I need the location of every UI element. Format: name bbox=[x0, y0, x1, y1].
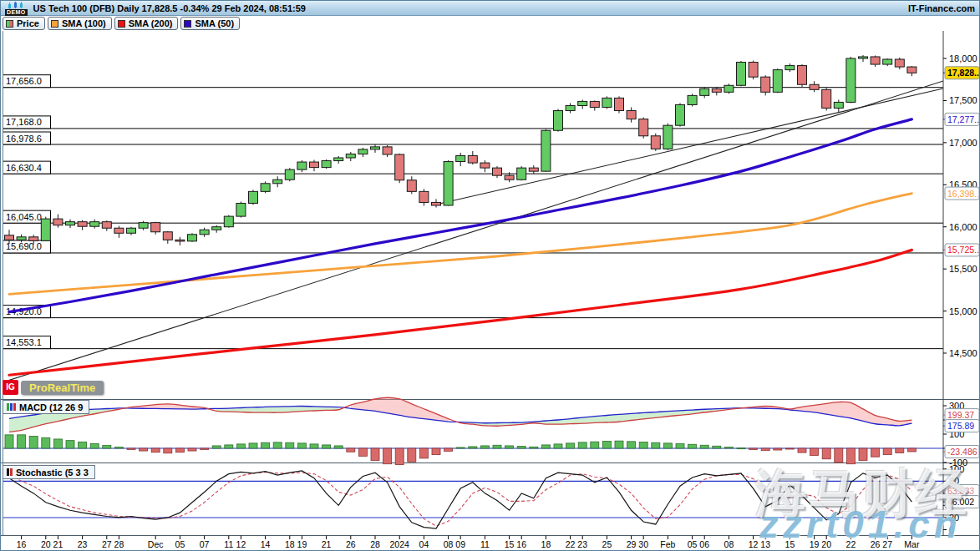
stoch-tick-label: 100 bbox=[949, 464, 964, 474]
macd-label-chip[interactable]: MACD (12 26 9 bbox=[3, 400, 89, 414]
stochastic-label-chip[interactable]: Stochastic (5 3 3 bbox=[3, 465, 95, 479]
candle bbox=[212, 227, 221, 230]
candle bbox=[566, 105, 575, 110]
macd-histogram-bar bbox=[347, 448, 355, 452]
macd-histogram-bar bbox=[737, 448, 745, 449]
candle bbox=[66, 222, 75, 225]
candle bbox=[505, 175, 514, 179]
candle bbox=[798, 66, 807, 85]
time-tick-label: 18 bbox=[541, 539, 551, 549]
macd-histogram-bar bbox=[493, 445, 501, 448]
time-tick-label: 21 bbox=[53, 539, 63, 549]
macd-histogram-bar bbox=[798, 448, 806, 452]
candle bbox=[480, 163, 490, 168]
macd-histogram-bar bbox=[883, 448, 891, 455]
macd-label: MACD (12 26 9 bbox=[19, 402, 83, 412]
macd-histogram-bar bbox=[225, 445, 233, 448]
candle bbox=[590, 101, 599, 107]
candle bbox=[846, 58, 856, 102]
macd-histogram-bar bbox=[602, 442, 611, 449]
macd-histogram-bar bbox=[822, 448, 830, 459]
candle bbox=[871, 57, 880, 64]
time-tick-label: 20 bbox=[821, 539, 831, 549]
brand-link[interactable]: IT-Finance.com bbox=[908, 3, 975, 13]
time-tick-label: 18 bbox=[285, 539, 295, 549]
candle bbox=[358, 149, 368, 154]
candle bbox=[261, 184, 270, 192]
price-tick-label: 16,000 bbox=[949, 222, 977, 232]
stoch-tick-label: 0 bbox=[949, 525, 954, 535]
macd-histogram-bar bbox=[127, 448, 135, 449]
time-tick-label: 2024 bbox=[390, 539, 410, 549]
chart-title: US Tech 100 (DFB) Daily 17,828.5 -0.34% … bbox=[33, 3, 306, 13]
legend-row: PriceSMA (100)SMA (200)SMA (50) bbox=[3, 17, 240, 30]
candle bbox=[432, 202, 441, 205]
macd-histogram-bar bbox=[262, 442, 270, 448]
candle bbox=[188, 235, 197, 241]
macd-histogram-bar bbox=[151, 448, 160, 452]
macd-histogram-bar bbox=[66, 441, 74, 448]
time-tick-label: 04 bbox=[419, 539, 429, 549]
candle bbox=[90, 222, 99, 227]
legend-item-sma-200[interactable]: SMA (200) bbox=[114, 17, 179, 30]
candle bbox=[371, 147, 380, 149]
time-tick-label: 23 bbox=[78, 539, 88, 549]
value-badge-label: 46.002 bbox=[947, 497, 974, 507]
candle bbox=[554, 111, 563, 131]
candle bbox=[407, 180, 416, 192]
value-badge-label: -23.486 bbox=[947, 447, 977, 457]
value-badge-label: 17,828.. bbox=[947, 68, 979, 78]
level-label: 17,168.0 bbox=[6, 117, 42, 127]
macd-histogram-bar bbox=[114, 447, 123, 448]
demo-badge: DEMO bbox=[5, 9, 28, 16]
macd-histogram-bar bbox=[286, 442, 294, 448]
prorealtime-logo[interactable]: ProRealTime bbox=[21, 381, 104, 395]
candle bbox=[907, 67, 917, 73]
candle bbox=[895, 59, 904, 67]
demo-wrap: DEMO bbox=[5, 2, 28, 16]
time-tick-label: 07 bbox=[200, 539, 210, 549]
macd-histogram-bar bbox=[480, 446, 489, 448]
candle bbox=[322, 161, 331, 168]
candle bbox=[151, 223, 160, 232]
legend-item-sma-50[interactable]: SMA (50) bbox=[180, 17, 240, 30]
mini-chart-icon bbox=[7, 2, 25, 9]
prorealtime-overlay: IG ProRealTime bbox=[3, 380, 104, 395]
legend-item-price[interactable]: Price bbox=[3, 17, 45, 30]
legend-item-sma-100[interactable]: SMA (100) bbox=[48, 17, 112, 30]
price-tick-label: 17,000 bbox=[949, 138, 977, 148]
candle bbox=[578, 101, 587, 105]
macd-histogram-bar bbox=[444, 448, 453, 451]
chart-canvas[interactable]: 17,656.017,168.016,978.616,630.416,045.0… bbox=[1, 1, 980, 551]
macd-histogram-bar bbox=[785, 448, 794, 449]
macd-histogram-bar bbox=[18, 435, 26, 448]
candle bbox=[651, 136, 660, 149]
macd-histogram-bar bbox=[907, 448, 916, 452]
macd-histogram-bar bbox=[896, 448, 904, 452]
candle bbox=[737, 63, 746, 86]
time-tick-label: 21 bbox=[322, 539, 332, 549]
candle bbox=[444, 162, 453, 205]
candle bbox=[639, 119, 648, 136]
chart-window: 17,656.017,168.016,978.616,630.416,045.0… bbox=[0, 0, 980, 551]
macd-histogram-bar bbox=[29, 437, 38, 448]
macd-histogram-bar bbox=[749, 448, 758, 449]
time-tick-label: 08 bbox=[444, 539, 454, 549]
candle bbox=[529, 168, 538, 171]
macd-histogram-bar bbox=[859, 448, 867, 460]
macd-histogram-bar bbox=[591, 442, 599, 448]
time-tick-label: Dec bbox=[148, 539, 164, 549]
ig-logo: IG bbox=[3, 380, 18, 395]
price-tick-label: 15,000 bbox=[949, 306, 977, 316]
macd-histogram-bar bbox=[334, 446, 343, 448]
candle bbox=[627, 111, 636, 119]
macd-histogram-bar bbox=[371, 448, 379, 460]
candle bbox=[663, 125, 673, 149]
legend-label: Price bbox=[17, 18, 39, 28]
candle bbox=[419, 191, 429, 202]
time-tick-label: 16 bbox=[17, 539, 27, 549]
time-tick-label: 26 bbox=[871, 539, 881, 549]
macd-signal-line bbox=[9, 397, 911, 432]
macd-histogram-bar bbox=[761, 448, 769, 451]
macd-histogram-bar bbox=[541, 445, 550, 448]
